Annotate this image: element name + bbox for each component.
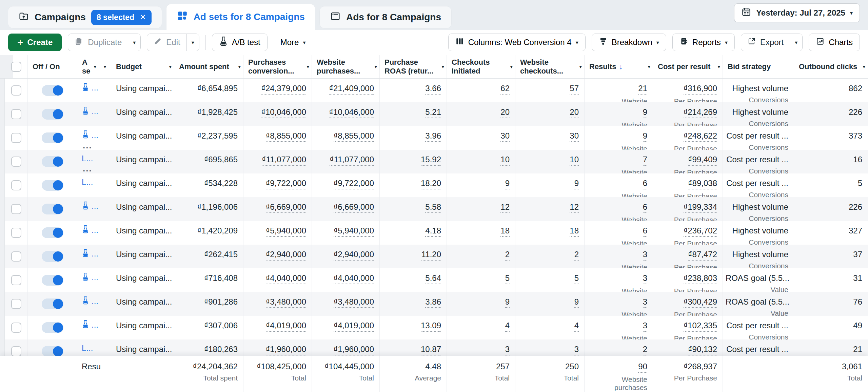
results-value[interactable]: 2 (643, 345, 647, 355)
edit-dropdown-button[interactable]: ▾ (186, 34, 199, 51)
breakdown-button[interactable]: Breakdown ▾ (592, 34, 666, 51)
purchase-roas-value[interactable]: 3.66 (425, 84, 441, 95)
checkouts-initiated-value[interactable]: 9 (505, 297, 510, 308)
row-checkbox[interactable] (11, 180, 21, 190)
column-header-budget[interactable]: Budget▾ (111, 55, 174, 78)
totals-results-value[interactable]: 90 (638, 362, 647, 373)
purchases-conversion-value[interactable]: ₫4,019,000 (266, 321, 306, 332)
adset-active-toggle[interactable] (42, 346, 63, 356)
website-purchases-value[interactable]: ₫1,960,000 (334, 345, 374, 355)
column-header-adset-name[interactable]: Ase ▾ (77, 55, 99, 78)
columns-button[interactable]: Columns: Web Conversion 4 ▾ (448, 34, 586, 51)
column-header-outbound-clicks[interactable]: Outbound clicks▾ (794, 55, 868, 78)
purchase-roas-value[interactable]: 18.20 (421, 179, 441, 189)
purchase-roas-value[interactable]: 3.96 (425, 131, 441, 142)
checkouts-initiated-value[interactable]: 2 (505, 250, 510, 261)
website-checkouts-value[interactable]: 20 (570, 107, 579, 118)
adset-name-link[interactable]: ... (92, 202, 98, 211)
checkouts-initiated-value[interactable]: 62 (500, 84, 510, 95)
adset-active-toggle[interactable] (42, 85, 63, 96)
purchases-conversion-value[interactable]: ₫5,940,000 (266, 226, 306, 237)
purchases-conversion-value[interactable]: ₫9,722,000 (266, 179, 306, 189)
row-checkbox[interactable] (11, 299, 21, 309)
results-value[interactable]: 7 (643, 155, 647, 166)
select-all-checkbox[interactable] (11, 62, 21, 72)
website-checkouts-value[interactable]: 18 (570, 226, 579, 237)
purchases-conversion-value[interactable]: ₫2,940,000 (266, 250, 306, 261)
adset-name-link[interactable]: ... (92, 273, 98, 282)
row-checkbox[interactable] (11, 109, 21, 119)
row-checkbox[interactable] (11, 228, 21, 238)
website-checkouts-value[interactable]: 12 (570, 202, 579, 213)
checkouts-initiated-value[interactable]: 30 (500, 131, 510, 142)
results-value[interactable]: 6 (643, 226, 647, 237)
checkouts-initiated-value[interactable]: 4 (505, 321, 510, 332)
purchases-conversion-value[interactable]: ₫24,379,000 (261, 84, 306, 95)
column-header-flag[interactable]: ▾ (99, 55, 111, 78)
row-checkbox[interactable] (11, 204, 21, 214)
checkouts-initiated-value[interactable]: 10 (500, 155, 510, 166)
results-value[interactable]: 21 (638, 84, 647, 95)
ab-test-button[interactable]: A/B test (212, 34, 268, 51)
adset-active-toggle[interactable] (42, 275, 63, 286)
checkouts-initiated-value[interactable]: 20 (500, 107, 510, 118)
adset-name-link[interactable]: ... (92, 130, 98, 140)
column-header-bid-strategy[interactable]: Bid strategy (723, 55, 794, 78)
website-purchases-value[interactable]: ₫11,077,000 (330, 155, 374, 166)
results-value[interactable]: 6 (643, 202, 647, 213)
column-header-purchases-conversion[interactable]: Purchases conversion...▾ (243, 55, 312, 78)
row-options-icon[interactable]: ... (83, 141, 97, 150)
column-header-off-on[interactable]: Off / On (28, 55, 77, 78)
results-value[interactable]: 3 (643, 273, 647, 284)
column-header-amount-spent[interactable]: Amount spent▾ (174, 55, 243, 78)
tab-campaigns[interactable]: Campaigns 8 selected ✕ (8, 6, 162, 28)
purchases-conversion-value[interactable]: ₫3,480,000 (266, 297, 306, 308)
results-value[interactable]: 3 (643, 250, 647, 261)
website-purchases-value[interactable]: ₫5,940,000 (334, 226, 374, 237)
purchase-roas-value[interactable]: 4.18 (425, 226, 441, 237)
clear-selection-icon[interactable]: ✕ (140, 13, 146, 22)
cost-per-result-value[interactable]: ₫214,269 (684, 107, 717, 118)
cost-per-result-value[interactable]: ₫102,335 (684, 321, 717, 332)
results-value[interactable]: 9 (643, 107, 647, 118)
checkouts-initiated-value[interactable]: 12 (500, 202, 510, 213)
column-header-cost-per-result[interactable]: Cost per result▾ (653, 55, 723, 78)
adset-name-link[interactable]: ... (92, 320, 98, 330)
purchases-conversion-value[interactable]: ₫1,960,000 (266, 345, 306, 355)
column-header-purchase-roas[interactable]: Purchase ROAS (retur...▾ (380, 55, 447, 78)
website-checkouts-value[interactable]: 9 (574, 179, 579, 189)
purchase-roas-value[interactable]: 11.20 (421, 250, 441, 261)
cost-per-result-value[interactable]: ₫248,622 (684, 131, 717, 142)
export-dropdown-button[interactable]: ▾ (790, 34, 802, 51)
results-value[interactable]: 3 (643, 321, 647, 332)
charts-button[interactable]: Charts (809, 34, 860, 51)
row-checkbox[interactable] (11, 133, 21, 143)
purchases-conversion-value[interactable]: ₫4,040,000 (266, 273, 306, 284)
results-value[interactable]: 3 (643, 297, 647, 308)
website-purchases-value[interactable]: ₫6,669,000 (334, 202, 374, 213)
adset-name-link[interactable]: L... (82, 154, 93, 163)
row-options-icon[interactable]: ... (83, 164, 97, 173)
website-purchases-value[interactable]: ₫2,940,000 (334, 250, 374, 261)
cost-per-result-value[interactable]: ₫316,900 (684, 84, 717, 95)
reports-button[interactable]: Reports ▾ (672, 34, 735, 51)
create-button[interactable]: + Create (8, 34, 62, 51)
selected-count-badge[interactable]: 8 selected ✕ (91, 10, 152, 25)
website-checkouts-value[interactable]: 10 (570, 155, 579, 166)
row-checkbox[interactable] (11, 275, 21, 285)
purchase-roas-value[interactable]: 5.58 (425, 202, 441, 213)
checkouts-initiated-value[interactable]: 5 (505, 273, 510, 284)
adset-name-link[interactable]: L... (82, 344, 93, 353)
adset-name-link[interactable]: L... (82, 178, 93, 187)
adset-name-link[interactable]: ... (92, 83, 98, 92)
column-header-website-purchases[interactable]: Website purchases...▾ (312, 55, 380, 78)
adset-active-toggle[interactable] (42, 322, 63, 333)
adset-active-toggle[interactable] (42, 227, 63, 238)
purchase-roas-value[interactable]: 5.64 (425, 273, 441, 284)
export-button[interactable]: Export (741, 34, 790, 51)
purchases-conversion-value[interactable]: ₫8,855,000 (266, 131, 306, 142)
adset-active-toggle[interactable] (42, 298, 63, 309)
website-purchases-value[interactable]: ₫3,480,000 (334, 297, 374, 308)
website-checkouts-value[interactable]: 57 (570, 84, 579, 95)
website-purchases-value[interactable]: ₫4,019,000 (334, 321, 374, 332)
